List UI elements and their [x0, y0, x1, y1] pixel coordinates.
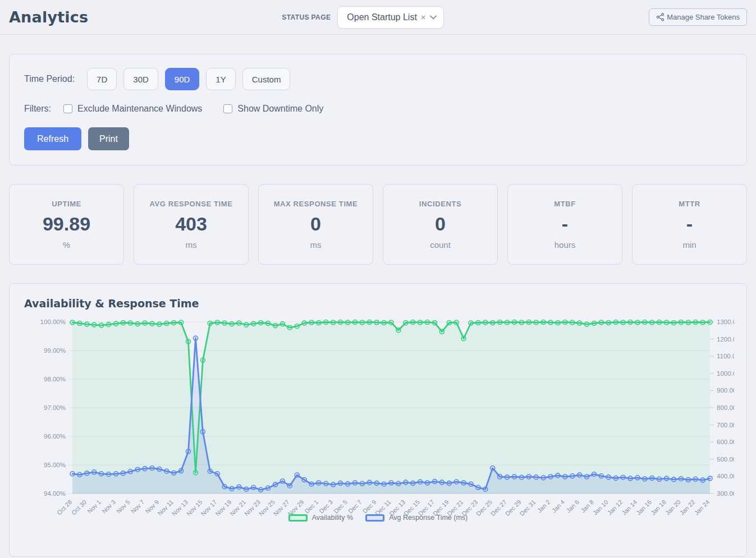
stat-unit: min [682, 240, 696, 250]
x-axis-tick-label: Nov 3 [100, 499, 117, 515]
right-axis-tick-label: 900.00 [717, 387, 734, 394]
response-time-swatch-icon [365, 514, 384, 522]
x-axis-tick-label: Jan 20 [664, 499, 682, 517]
x-axis-tick-label: Dec 7 [347, 499, 363, 515]
stat-unit: ms [186, 240, 197, 250]
stat-unit: hours [555, 240, 576, 250]
x-axis-tick-label: Jan 24 [693, 499, 711, 517]
stat-label: MAX RESPONSE TIME [274, 200, 358, 208]
x-axis-tick-label: Dec 31 [518, 499, 537, 517]
period-button-30d[interactable]: 30D [123, 68, 158, 90]
share-icon [656, 13, 665, 21]
manage-share-tokens-label: Manage Share Tokens [667, 13, 740, 21]
stat-card-incidents: INCIDENTS 0 count [383, 184, 498, 265]
stats-row: UPTIME 99.89 % AVG RESPONSE TIME 403 ms … [9, 184, 747, 265]
exclude-maintenance-checkbox[interactable] [63, 104, 72, 113]
stat-label: UPTIME [52, 200, 81, 208]
status-page-label: STATUS PAGE [282, 13, 331, 21]
stat-value: 403 [175, 213, 207, 235]
status-page-select[interactable]: Open Startup List × [337, 6, 443, 29]
legend-item-availability: Availability % [288, 514, 353, 522]
x-axis-tick-label: Jan 14 [620, 499, 638, 517]
x-axis-tick-label: Dec 1 [303, 499, 319, 515]
stat-unit: ms [310, 240, 322, 250]
legend-item-response-time: Avg Response Time (ms) [365, 514, 468, 522]
right-axis-tick-label: 400.00 [717, 473, 734, 479]
right-axis-tick-label: 500.00 [717, 456, 734, 463]
x-axis-tick-label: Jan 6 [565, 499, 580, 514]
filter-panel: Time Period: 7D 30D 90D 1Y Custom Filter… [9, 54, 747, 165]
x-axis-tick-label: Jan 12 [606, 499, 624, 517]
refresh-button[interactable]: Refresh [24, 127, 81, 150]
stat-card-max-response: MAX RESPONSE TIME 0 ms [258, 184, 373, 265]
chart-title: Availability & Response Time [24, 297, 732, 310]
availability-swatch-icon [288, 514, 308, 522]
clear-selection-icon[interactable]: × [420, 12, 427, 22]
stat-label: MTBF [554, 200, 576, 208]
x-axis-tick-label: Dec 5 [332, 499, 349, 515]
left-axis-tick-label: 99.00% [44, 347, 66, 354]
x-axis-tick-label: Jan 2 [536, 499, 552, 514]
series-area [72, 322, 710, 494]
period-button-custom[interactable]: Custom [242, 68, 291, 90]
app-header: Analytics STATUS PAGE Open Startup List … [0, 0, 756, 35]
right-axis-tick-label: 1200.00 [717, 336, 734, 343]
stat-value: 0 [310, 213, 321, 235]
x-axis-tick-label: Oct 28 [56, 499, 73, 516]
right-axis-tick-label: 700.00 [717, 422, 734, 428]
status-page-selected-value: Open Startup List [347, 12, 417, 22]
stat-unit: count [430, 240, 451, 250]
x-axis-tick-label: Jan 16 [635, 499, 653, 517]
left-axis-tick-label: 98.00% [44, 376, 66, 382]
legend-label: Availability % [312, 514, 353, 522]
stat-value: - [562, 213, 568, 235]
stat-value: - [686, 213, 693, 235]
left-axis-tick-label: 94.00% [44, 490, 66, 497]
stat-unit: % [63, 240, 70, 250]
right-axis-tick-label: 1000.00 [717, 370, 734, 377]
filters-label: Filters: [24, 104, 51, 114]
right-axis-tick-label: 600.00 [717, 439, 734, 445]
period-button-1y[interactable]: 1Y [206, 68, 235, 90]
x-axis-tick-label: Nov 7 [130, 499, 146, 515]
stat-label: MTTR [679, 200, 700, 208]
stat-label: AVG RESPONSE TIME [150, 200, 233, 208]
show-downtime-checkbox-row[interactable]: Show Downtime Only [223, 104, 323, 114]
left-axis-tick-label: 95.00% [44, 462, 66, 468]
period-button-7d[interactable]: 7D [87, 68, 117, 90]
legend-label: Avg Response Time (ms) [389, 514, 468, 522]
left-axis-tick-label: 96.00% [44, 433, 66, 440]
print-button[interactable]: Print [88, 127, 129, 150]
x-axis-tick-label: Jan 22 [679, 499, 697, 517]
chevron-down-icon [430, 15, 437, 20]
right-axis-tick-label: 800.00 [717, 404, 734, 411]
stat-value: 99.89 [43, 213, 90, 235]
left-axis-tick-label: 100.00% [40, 319, 66, 325]
x-axis-tick-label: Dec 3 [318, 499, 334, 515]
availability-response-chart: 100.00%99.00%98.00%97.00%96.00%95.00%94.… [24, 313, 734, 536]
app-title: Analytics [9, 8, 88, 26]
left-axis-tick-label: 97.00% [44, 404, 66, 411]
x-axis-tick-label: Jan 4 [551, 499, 566, 514]
stat-card-mtbf: MTBF - hours [507, 184, 622, 265]
stat-label: INCIDENTS [419, 200, 461, 208]
stat-card-avg-response: AVG RESPONSE TIME 403 ms [134, 184, 249, 265]
exclude-maintenance-label: Exclude Maintenance Windows [77, 104, 202, 114]
period-button-90d[interactable]: 90D [165, 68, 200, 90]
right-axis-tick-label: 1300.00 [717, 319, 734, 325]
x-axis-tick-label: Oct 30 [70, 499, 88, 516]
time-period-label: Time Period: [24, 74, 75, 84]
stat-card-uptime: UPTIME 99.89 % [9, 184, 124, 265]
x-axis-tick-label: Jan 18 [649, 499, 667, 517]
right-axis-tick-label: 300.00 [717, 490, 734, 497]
show-downtime-checkbox[interactable] [223, 104, 232, 113]
manage-share-tokens-button[interactable]: Manage Share Tokens [649, 8, 747, 26]
show-downtime-label: Show Downtime Only [237, 104, 323, 114]
stat-value: 0 [435, 213, 446, 235]
right-axis-tick-label: 1100.00 [717, 353, 734, 359]
stat-card-mttr: MTTR - min [632, 184, 747, 265]
chart-panel: Availability & Response Time 100.00%99.0… [9, 283, 747, 557]
x-axis-tick-label: Nov 5 [115, 499, 131, 515]
x-axis-tick-label: Nov 1 [86, 499, 102, 515]
exclude-maintenance-checkbox-row[interactable]: Exclude Maintenance Windows [63, 104, 202, 114]
